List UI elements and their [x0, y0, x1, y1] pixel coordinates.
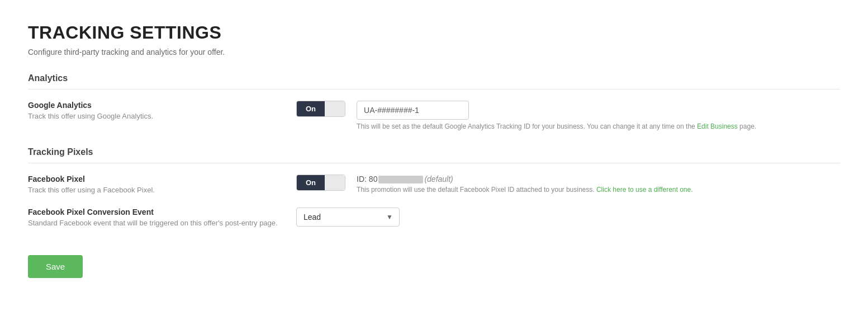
facebook-pixel-controls: On ID: 80(default) This promotion will u…	[296, 175, 840, 194]
facebook-pixel-label-col: Facebook Pixel Track this offer using a …	[28, 175, 285, 194]
edit-business-link[interactable]: Edit Business	[697, 123, 738, 130]
google-analytics-toggle[interactable]: On	[296, 101, 345, 117]
google-analytics-input[interactable]	[357, 101, 469, 120]
google-analytics-help-text-after: page.	[738, 123, 756, 130]
google-analytics-toggle-on[interactable]: On	[297, 101, 325, 116]
facebook-pixel-description: Track this offer using a Facebook Pixel.	[28, 186, 285, 194]
facebook-pixel-event-label-col: Facebook Pixel Conversion Event Standard…	[28, 208, 285, 227]
facebook-pixel-toggle-off[interactable]	[325, 175, 345, 190]
tracking-pixels-section: Tracking Pixels Facebook Pixel Track thi…	[28, 147, 840, 227]
pixel-id-blurred	[378, 176, 423, 183]
google-analytics-label: Google Analytics	[28, 101, 285, 110]
facebook-pixel-row: Facebook Pixel Track this offer using a …	[28, 175, 840, 194]
facebook-pixel-event-description: Standard Facebook event that will be tri…	[28, 219, 285, 227]
facebook-pixel-toggle-on[interactable]: On	[297, 175, 325, 190]
facebook-pixel-info: ID: 80(default) This promotion will use …	[357, 175, 840, 194]
google-analytics-input-wrapper: This will be set as the default Google A…	[357, 101, 840, 130]
analytics-section-header: Analytics	[28, 73, 840, 90]
facebook-pixel-event-controls: Lead ViewContent CompleteRegistration Pu…	[296, 208, 840, 227]
google-analytics-help-text-before: This will be set as the default Google A…	[357, 123, 697, 130]
pixel-help-text: This promotion will use the default Face…	[357, 186, 596, 194]
google-analytics-toggle-off[interactable]	[325, 101, 345, 116]
conversion-event-select[interactable]: Lead ViewContent CompleteRegistration Pu…	[296, 208, 400, 227]
facebook-pixel-event-label: Facebook Pixel Conversion Event	[28, 208, 285, 216]
facebook-pixel-toggle-switch[interactable]: On	[296, 175, 345, 191]
facebook-pixel-label: Facebook Pixel	[28, 175, 285, 183]
page-title: TRACKING SETTINGS	[28, 22, 840, 43]
google-analytics-label-col: Google Analytics Track this offer using …	[28, 101, 285, 120]
google-analytics-help: This will be set as the default Google A…	[357, 123, 840, 130]
page-subtitle: Configure third-party tracking and analy…	[28, 48, 840, 56]
analytics-section: Analytics Google Analytics Track this of…	[28, 73, 840, 130]
facebook-pixel-change-link[interactable]: Click here to use a different one.	[596, 186, 693, 194]
tracking-pixels-section-header: Tracking Pixels	[28, 147, 840, 163]
conversion-event-select-wrapper[interactable]: Lead ViewContent CompleteRegistration Pu…	[296, 208, 400, 227]
google-analytics-controls: On This will be set as the default Googl…	[296, 101, 840, 130]
facebook-pixel-toggle[interactable]: On	[296, 175, 345, 191]
pixel-default-label: (default)	[424, 175, 453, 183]
google-analytics-description: Track this offer using Google Analytics.	[28, 112, 285, 120]
facebook-pixel-event-row: Facebook Pixel Conversion Event Standard…	[28, 208, 840, 227]
save-button[interactable]: Save	[28, 255, 83, 278]
google-analytics-row: Google Analytics Track this offer using …	[28, 101, 840, 130]
facebook-pixel-help: This promotion will use the default Face…	[357, 186, 840, 194]
pixel-id-prefix: ID: 80	[357, 175, 377, 183]
google-analytics-toggle-switch[interactable]: On	[296, 101, 345, 117]
facebook-pixel-id-line: ID: 80(default)	[357, 175, 840, 183]
